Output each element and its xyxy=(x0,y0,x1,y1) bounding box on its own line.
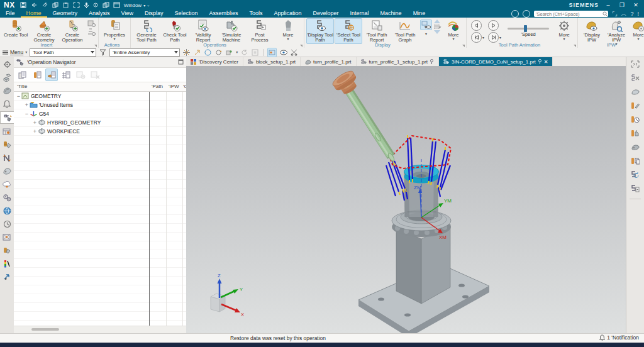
window-dropdown[interactable]: Window ▾▿ xyxy=(124,3,149,8)
create-operation-button[interactable]: Create Operation xyxy=(58,18,86,44)
tab-display[interactable]: Display xyxy=(139,10,169,18)
simulate-machine-button[interactable]: 'Simulate Machine xyxy=(218,18,245,44)
tree-row-geometry[interactable]: − GEOMETRY xyxy=(14,92,186,101)
check-tool-path-button[interactable]: Check Tool Path xyxy=(161,18,189,44)
create-tool-button[interactable]: Create Tool xyxy=(2,18,30,39)
close-tab-icon[interactable]: ✕ xyxy=(544,59,548,65)
graphics-viewport[interactable]: ZM YM XM xyxy=(186,66,626,333)
paste-icon[interactable] xyxy=(63,2,69,8)
process-assistant-icon[interactable] xyxy=(1,165,13,177)
previous-path-icon[interactable] xyxy=(434,19,441,23)
post-process-button[interactable]: Post Process xyxy=(246,18,274,44)
select-tool-path-button[interactable]: 'Select Tool Path xyxy=(335,18,362,44)
machine-table-display-icon[interactable] xyxy=(267,48,277,57)
snap-point-icon[interactable] xyxy=(182,48,191,57)
navigator-horizontal-scrollbar[interactable] xyxy=(14,326,186,333)
animation-more-button[interactable]: More ▾ xyxy=(553,18,575,42)
window-icon[interactable] xyxy=(113,2,120,8)
display-tool-path-button[interactable]: 'Display Tool Path xyxy=(306,18,334,44)
display-3d-tool-icon[interactable] xyxy=(420,19,432,30)
expand-icon[interactable]: + xyxy=(32,128,38,135)
fullscreen-icon[interactable]: ⌜⌟ xyxy=(612,11,617,17)
validity-report-button[interactable]: 'Validity Report xyxy=(189,18,217,44)
undo-icon[interactable] xyxy=(30,2,38,8)
insert-dialog-launcher[interactable] xyxy=(94,45,97,47)
regenerate-path-icon[interactable] xyxy=(631,170,640,181)
notification-area[interactable]: 1 'Notification xyxy=(599,334,639,341)
delete-path-icon[interactable] xyxy=(631,73,640,84)
tool-holder[interactable] xyxy=(331,69,362,98)
generate-tool-path-button[interactable]: Generate Tool Path xyxy=(133,18,160,44)
search-input[interactable] xyxy=(534,11,602,17)
cascade-windows-icon[interactable] xyxy=(103,2,109,8)
tab-turn-profile[interactable]: turn_profile_1.prt xyxy=(301,57,356,66)
restore-button[interactable]: ❐ xyxy=(618,2,626,8)
operation-navigator-tab-icon[interactable] xyxy=(0,111,14,124)
machining-method-view-button[interactable] xyxy=(60,69,72,81)
machine-connection-icon[interactable] xyxy=(1,152,13,163)
tab-file[interactable]: File xyxy=(0,10,21,18)
roles-gear-icon[interactable] xyxy=(1,58,13,70)
feedback-positive-icon[interactable] xyxy=(511,10,519,18)
display-dialog-launcher[interactable] xyxy=(462,45,465,47)
pin-icon[interactable] xyxy=(538,59,542,64)
delete-operation-button[interactable] xyxy=(89,69,101,81)
feedback-negative-icon[interactable] xyxy=(523,10,530,18)
insert-gallery-icon-2[interactable] xyxy=(87,28,96,36)
sync-icon[interactable] xyxy=(42,2,48,8)
machine-simulation-icon[interactable] xyxy=(631,128,640,140)
gear-pair-icon[interactable] xyxy=(1,192,13,203)
speed-slider-handle[interactable] xyxy=(524,25,527,32)
selection-filter-icon[interactable] xyxy=(99,48,107,57)
expand-icon[interactable]: + xyxy=(24,102,30,108)
copy-operation-icon[interactable] xyxy=(631,156,640,167)
operation-time-icon[interactable] xyxy=(631,114,640,126)
resize-view-icon[interactable] xyxy=(631,59,640,70)
tree-row-workpiece[interactable]: + WORKPIECE xyxy=(14,127,186,136)
properties-button[interactable]: Properties ▾ xyxy=(101,18,128,41)
select-handles-icon[interactable] xyxy=(193,48,201,57)
fit-view-icon[interactable] xyxy=(73,2,80,8)
play-backward-button[interactable] xyxy=(471,20,482,31)
scrollbar-thumb[interactable] xyxy=(31,328,59,331)
tool-display-dropdown-icon[interactable]: ▾ xyxy=(420,31,432,36)
undock-panel-icon[interactable] xyxy=(178,59,184,66)
add-object-icon[interactable] xyxy=(225,48,233,57)
expand-icon[interactable]: + xyxy=(32,119,38,126)
tree-row-unused-items[interactable]: + 'Unused Items xyxy=(14,101,186,109)
color-palette-icon[interactable] xyxy=(1,258,13,269)
navigator-view-combo[interactable]: Tool Path xyxy=(30,48,96,57)
toolbox-icon[interactable] xyxy=(1,231,13,243)
shell-tool-icon[interactable] xyxy=(631,87,640,98)
mic-icon[interactable] xyxy=(84,2,89,8)
circle-select-icon[interactable] xyxy=(204,48,212,57)
tab-turn-profile-setup[interactable]: turn_profile_1_setup_1.prt xyxy=(357,57,439,66)
window-fit-icon[interactable] xyxy=(251,48,259,57)
create-geometry-button[interactable]: Create Geometry xyxy=(30,18,58,44)
navigator-column-headers[interactable]: 'Title 'Path 'IPW 'Char xyxy=(14,82,186,92)
tab-mine[interactable]: Mine xyxy=(408,10,431,18)
tab-assemblies[interactable]: Assemblies xyxy=(203,10,243,18)
cloud-share-icon[interactable] xyxy=(1,179,13,190)
view-triad[interactable]: Z Y X xyxy=(211,273,244,317)
create-program-group-button[interactable] xyxy=(74,69,87,81)
cutting-tool[interactable] xyxy=(331,69,396,166)
animation-dialog-launcher[interactable] xyxy=(574,45,576,47)
edit-operation-icon[interactable] xyxy=(631,101,640,112)
tab-machine[interactable]: Machine xyxy=(375,10,408,18)
tab-geometry[interactable]: Geometry xyxy=(47,10,84,18)
tab-3in-cord-demo-setup[interactable]: 3IN-CORD_DEMO_CuNi_setup_1.prt ✕ xyxy=(439,57,553,66)
post-output-icon[interactable] xyxy=(631,184,640,195)
display-ipw-button[interactable]: 'Display IPW xyxy=(580,18,604,44)
save-icon[interactable] xyxy=(20,2,26,8)
go-to-start-button[interactable] xyxy=(471,32,482,43)
play-forward-button[interactable] xyxy=(488,20,499,31)
column-divider-char[interactable] xyxy=(182,92,183,326)
close-button[interactable]: ✕ xyxy=(631,2,640,8)
command-search[interactable] xyxy=(534,11,608,17)
pin-icon[interactable] xyxy=(430,59,434,64)
ipw-shell-icon[interactable] xyxy=(631,142,640,153)
rotate-view-icon[interactable] xyxy=(214,48,223,57)
show-hide-icon[interactable] xyxy=(279,48,287,57)
operations-more-button[interactable]: More ▾ xyxy=(274,18,302,41)
